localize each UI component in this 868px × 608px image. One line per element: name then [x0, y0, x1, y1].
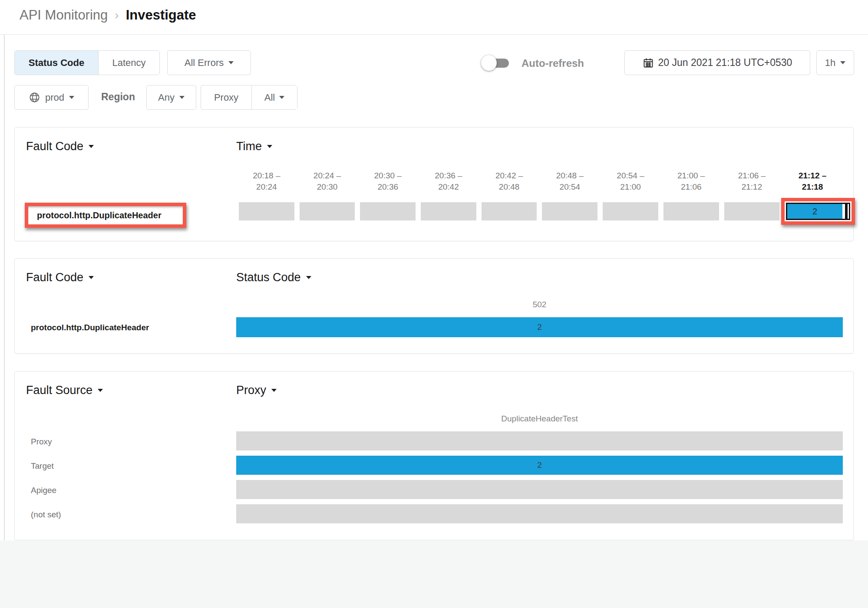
heatmap-cell[interactable] [239, 202, 294, 220]
status-code-column-label: 502 [236, 300, 843, 309]
breadcrumb: API Monitoring › Investigate [20, 7, 196, 23]
fault-code-row-label: protocol.http.DuplicateHeader [31, 323, 149, 332]
chevron-down-icon [267, 145, 272, 148]
heatmap-cell[interactable] [603, 202, 658, 220]
chevron-down-icon [306, 276, 311, 279]
time-bucket-label: 20:18 –20:24 [236, 170, 297, 193]
datetime-picker-button[interactable]: 20 Jun 2021 21:18 UTC+0530 [624, 50, 810, 75]
fault-code-row-label[interactable]: protocol.http.DuplicateHeader [37, 210, 162, 220]
heatmap-cell[interactable] [300, 202, 355, 220]
heatmap-cell[interactable] [542, 202, 597, 220]
chevron-down-icon [69, 96, 74, 99]
row-label-target: Target [31, 461, 54, 471]
chevron-down-icon [271, 389, 277, 392]
chevron-down-icon [840, 61, 845, 64]
chevron-down-icon [89, 276, 94, 279]
bar-target[interactable]: 2 [236, 456, 843, 475]
environment-dropdown[interactable]: prod [14, 85, 89, 110]
heatmap-cell-selected[interactable]: 2 [787, 204, 842, 219]
time-bucket-labels: 20:18 –20:24 20:24 –20:30 20:30 –20:36 2… [236, 170, 843, 193]
page-title: Investigate [126, 7, 196, 23]
chevron-down-icon [228, 61, 234, 64]
row-dimension-selector-fault-source[interactable]: Fault Source [26, 384, 103, 397]
status-code-bar[interactable]: 2 [236, 317, 843, 337]
heatmap-cell[interactable] [663, 202, 719, 220]
breadcrumb-api-monitoring[interactable]: API Monitoring [20, 7, 108, 23]
region-dropdown[interactable]: Any [146, 85, 196, 110]
api-monitoring-investigate-page: API Monitoring › Investigate Status Code… [0, 0, 868, 608]
region-value: Any [158, 92, 175, 103]
region-label: Region [101, 91, 135, 103]
heatmap-cell[interactable] [724, 202, 780, 220]
time-range-value: 1h [825, 57, 835, 69]
time-bucket-label: 20:30 –20:36 [357, 170, 418, 193]
time-bucket-label: 20:42 –20:48 [479, 170, 540, 193]
dimension-label: Proxy [236, 384, 266, 397]
time-bucket-label: 20:54 –21:00 [600, 170, 661, 193]
bar-apigee[interactable] [236, 480, 843, 499]
time-bucket-label: 20:24 –20:30 [297, 170, 358, 193]
row-label-not-set: (not set) [31, 510, 61, 519]
col-dimension-selector-proxy[interactable]: Proxy [236, 384, 277, 397]
row-label-proxy: Proxy [31, 437, 52, 447]
annotation-highlight-selected-cell: 2 [781, 198, 855, 225]
content-left-border [4, 0, 5, 608]
dimension-label: Fault Source [26, 384, 92, 397]
time-bucket-label: 21:06 –21:12 [722, 170, 782, 193]
bar-proxy[interactable] [236, 431, 843, 450]
proxy-filter-label: Proxy [201, 85, 252, 109]
chevron-down-icon [98, 389, 103, 392]
fault-code-by-status-code-panel: Fault Code Status Code 502 protocol.http… [14, 258, 854, 354]
proxy-filter-value: All [264, 92, 275, 103]
chevron-down-icon [89, 145, 94, 148]
auto-refresh-toggle[interactable] [481, 55, 510, 71]
error-type-dropdown[interactable]: All Errors [167, 50, 251, 75]
dimension-label: Status Code [236, 271, 301, 284]
datetime-value: 20 Jun 2021 21:18 UTC+0530 [658, 57, 792, 69]
time-range-dropdown[interactable]: 1h [816, 50, 854, 75]
dimension-label: Time [236, 140, 262, 153]
row-dimension-selector-fault-code[interactable]: Fault Code [26, 140, 94, 153]
heatmap-cell[interactable] [421, 202, 476, 220]
tab-status-code[interactable]: Status Code [15, 51, 99, 75]
auto-refresh-label: Auto-refresh [521, 57, 584, 69]
dimension-label: Fault Code [26, 271, 83, 284]
proxy-column-label: DuplicateHeaderTest [236, 414, 843, 424]
metric-tab-group: Status Code Latency [14, 50, 160, 75]
chevron-down-icon [179, 96, 185, 99]
time-bucket-label-selected: 21:12 –21:18 [782, 170, 843, 193]
toggle-knob [481, 55, 497, 71]
heatmap-row: 2 [236, 202, 843, 220]
col-dimension-selector-status-code[interactable]: Status Code [236, 271, 311, 284]
proxy-filter-group: Proxy All [201, 85, 297, 110]
col-dimension-selector-time[interactable]: Time [236, 140, 272, 153]
bar-not-set[interactable] [236, 504, 843, 523]
heatmap-cell[interactable] [482, 202, 537, 220]
chevron-down-icon [279, 96, 284, 99]
chevron-right-icon: › [115, 8, 119, 22]
time-bucket-label: 21:00 –21:06 [661, 170, 722, 193]
tab-latency[interactable]: Latency [99, 51, 159, 75]
calendar-icon [643, 57, 654, 69]
dimension-label: Fault Code [26, 140, 83, 153]
globe-icon [29, 92, 40, 103]
row-dimension-selector-fault-code[interactable]: Fault Code [26, 271, 94, 284]
time-bucket-label: 20:36 –20:42 [418, 170, 479, 193]
time-bucket-label: 20:48 –20:54 [539, 170, 600, 193]
top-bar: API Monitoring › Investigate [0, 0, 868, 35]
row-label-apigee: Apigee [31, 486, 56, 495]
heatmap-cell[interactable] [360, 202, 416, 220]
page-footer-area [0, 540, 868, 608]
fault-code-by-time-panel: Fault Code Time 20:18 –20:24 20:24 –20:3… [14, 127, 854, 241]
environment-value: prod [45, 92, 64, 103]
annotation-highlight-fault-code: protocol.http.DuplicateHeader [25, 203, 186, 228]
fault-source-by-proxy-panel: Fault Source Proxy DuplicateHeaderTest P… [14, 371, 854, 540]
proxy-filter-dropdown[interactable]: All [252, 85, 297, 109]
error-type-dropdown-label: All Errors [185, 57, 224, 69]
